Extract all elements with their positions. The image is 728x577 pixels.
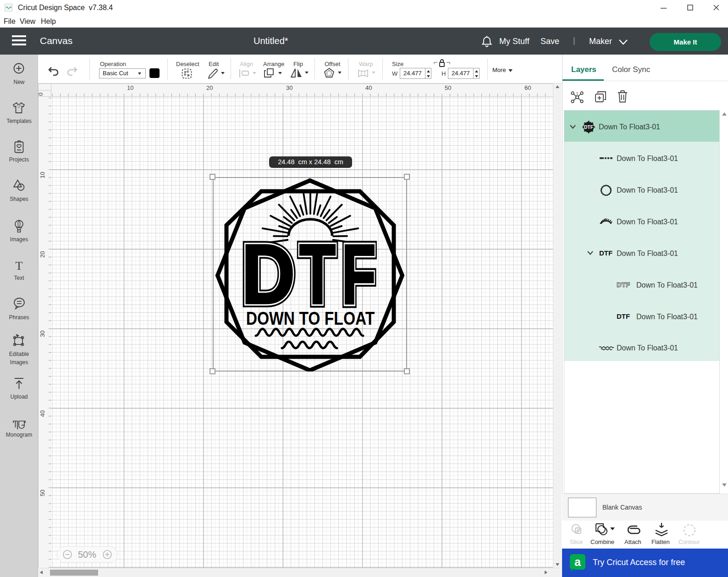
svg-text:T: T: [299, 227, 335, 321]
svg-text:F: F: [342, 227, 376, 321]
svg-text:DTF: DTF: [584, 124, 594, 130]
svg-text:20: 20: [39, 251, 46, 258]
svg-text:a: a: [574, 555, 581, 568]
svg-text:10: 10: [39, 172, 46, 178]
svg-text:30: 30: [39, 331, 46, 337]
svg-text:D: D: [242, 227, 295, 321]
svg-text:50%: 50%: [78, 549, 96, 560]
svg-text:DOWN TO FLOAT: DOWN TO FLOAT: [246, 308, 375, 329]
svg-text:40: 40: [39, 411, 46, 417]
svg-text:0: 0: [39, 93, 44, 96]
svg-text:T: T: [16, 260, 23, 272]
svg-text:50: 50: [39, 490, 46, 496]
